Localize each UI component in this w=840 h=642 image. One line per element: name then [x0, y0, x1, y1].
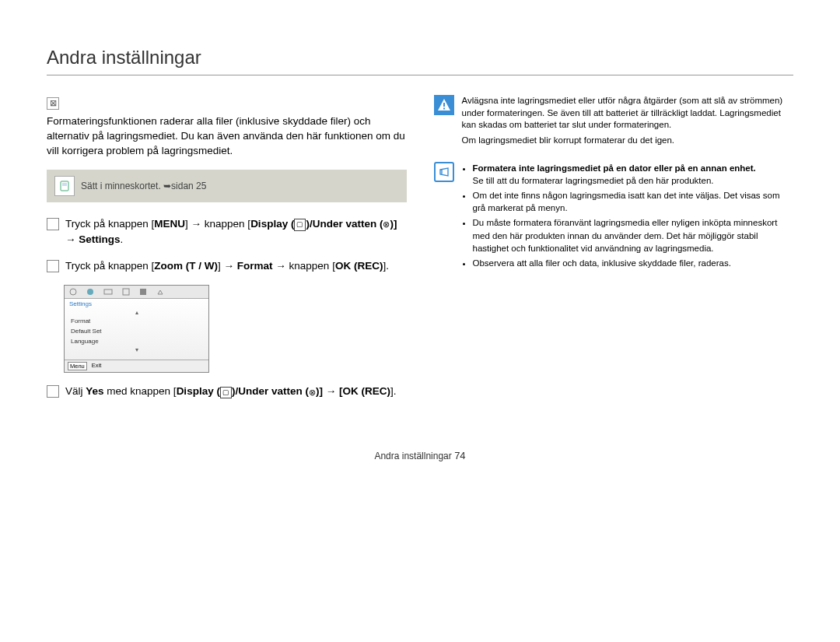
- warning-text-2: Om lagringsmediet blir korrupt formatera…: [462, 135, 794, 147]
- format-label: Format: [237, 260, 273, 272]
- text: → knappen [: [273, 260, 335, 272]
- sdcard-icon: [54, 176, 75, 196]
- note-block: Formatera inte lagringsmediet på en dato…: [434, 162, 794, 272]
- ok-label: OK (REC): [342, 385, 390, 397]
- text: .: [121, 233, 124, 245]
- warning-block: Avlägsna inte lagringsmediet eller utför…: [434, 95, 794, 149]
- text: Välj: [65, 385, 86, 397]
- yes-label: Yes: [86, 385, 103, 397]
- screenshot-item: Format: [65, 316, 208, 326]
- tab-icon: [152, 286, 169, 298]
- svg-rect-1: [62, 183, 67, 186]
- zoom-label: Zoom (T / W): [154, 260, 218, 272]
- note-item: Om det inte finns någon lagringsmedia is…: [473, 189, 794, 214]
- text: ] → knappen [: [185, 218, 250, 230]
- intro-text: Formateringsfunktionen raderar alla file…: [47, 114, 407, 159]
- display-label: Display (: [250, 218, 294, 230]
- note-bold: Formatera inte lagringsmediet på en dato…: [473, 163, 756, 173]
- menu-button-label: Menu: [68, 362, 87, 370]
- svg-rect-6: [140, 289, 146, 295]
- down-arrow-icon: ▾: [65, 346, 208, 353]
- screenshot-title: Settings: [65, 299, 208, 309]
- page-title: Andra inställningar: [47, 47, 793, 75]
- text: Tryck på knappen [: [65, 260, 154, 272]
- step-1: Tryck på knappen [MENU] → knappen [Displ…: [47, 216, 407, 248]
- tab-icon: [135, 286, 152, 298]
- display-icon: ▢: [294, 218, 306, 231]
- exit-label: Exit: [92, 362, 102, 370]
- step-number-icon: [47, 218, 59, 230]
- display-label: Display (: [177, 385, 220, 397]
- svg-point-3: [87, 289, 93, 295]
- footer-text: Andra inställningar: [374, 451, 451, 461]
- step-number-icon: [47, 260, 59, 272]
- text: ].: [383, 260, 389, 272]
- step-2: Tryck på knappen [Zoom (T / W)] → Format…: [47, 258, 407, 274]
- text: ].: [390, 385, 397, 397]
- note-item: Formatera inte lagringsmediet på en dato…: [473, 162, 794, 187]
- text: )/: [306, 218, 312, 230]
- settings-label: Settings: [79, 233, 120, 245]
- text: )/Under vatten (: [232, 385, 309, 397]
- display-icon: ▢: [220, 385, 232, 398]
- right-column: Avlägsna inte lagringsmediet eller utför…: [434, 95, 794, 411]
- text: )] → [: [316, 385, 343, 397]
- tab-icon: [99, 286, 117, 298]
- svg-point-2: [70, 289, 76, 295]
- up-arrow-icon: ▴: [65, 309, 208, 316]
- svg-rect-4: [104, 289, 112, 294]
- tab-icon: [117, 286, 135, 298]
- warning-text-1: Avlägsna inte lagringsmediet eller utför…: [462, 95, 794, 132]
- ok-label: OK (REC): [335, 260, 383, 272]
- note-text: Se till att du formaterar lagringsmediet…: [473, 176, 714, 185]
- reference-text: Sätt i minneskortet. ➥sidan 25: [81, 181, 206, 191]
- section-marker: ⊠: [47, 97, 59, 110]
- text: med knappen [: [104, 385, 177, 397]
- underwater-icon: ⊗: [309, 386, 316, 399]
- text: ] →: [218, 260, 237, 272]
- screenshot-item: Default Set: [65, 326, 208, 336]
- page-footer: Andra inställningar 74: [0, 450, 840, 461]
- menu-screenshot: Settings ▴ Format Default Set Language ▾…: [64, 285, 209, 373]
- tab-icon: [65, 286, 82, 298]
- step-3: Välj Yes med knappen [Display (▢)/Under …: [47, 384, 407, 399]
- svg-rect-5: [123, 289, 129, 295]
- page-number: 74: [454, 450, 465, 461]
- tab-icon: [82, 286, 99, 298]
- svg-rect-7: [443, 103, 445, 107]
- svg-rect-8: [443, 108, 445, 110]
- step-number-icon: [47, 385, 59, 398]
- screenshot-item: Language: [65, 336, 208, 346]
- note-item: Observera att alla filer och data, inklu…: [473, 257, 794, 269]
- screenshot-tabs: [65, 286, 208, 299]
- screenshot-footer: Menu Exit: [65, 360, 208, 372]
- warning-icon: [434, 95, 454, 115]
- underwater-label: Under vatten (: [313, 218, 383, 230]
- note-item: Du måste formatera föranvänt lagringsmed…: [473, 216, 794, 254]
- reference-box: Sätt i minneskortet. ➥sidan 25: [47, 170, 407, 202]
- menu-label: MENU: [154, 218, 185, 230]
- note-icon: [434, 162, 454, 182]
- left-column: ⊠ Formateringsfunktionen raderar alla fi…: [47, 95, 407, 411]
- text: Tryck på knappen [: [65, 218, 154, 230]
